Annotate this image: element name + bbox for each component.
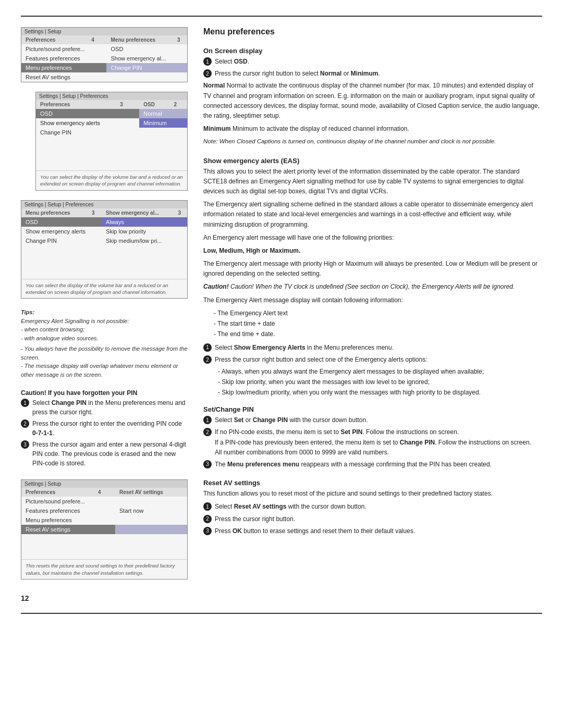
step-text: Press the cursor right button and select… — [215, 355, 427, 365]
osd-steps: 1 Select OSD. 2 Press the cursor right b… — [203, 57, 542, 79]
menu-caption-2: You can select the display of the volume… — [36, 170, 187, 190]
menu-row: Menu preferences — [21, 515, 187, 525]
reset-av-steps: 1 Select Reset AV settings with the curs… — [203, 502, 542, 536]
menu-row: Features preferences Start now — [21, 506, 187, 515]
menu-row-selected: OSD Always — [21, 217, 187, 227]
emergency-alerts-section: Show emergency alerts (EAS) This allows … — [203, 157, 542, 399]
step-item: 1 Select Reset AV settings with the curs… — [203, 502, 542, 512]
eas-title: Show emergency alerts (EAS) — [203, 157, 542, 165]
step-item: 1 Select Change PIN in the Menu preferen… — [21, 398, 188, 417]
step-num-av-2: 2 — [203, 515, 212, 523]
menu-box-4: Settings | Setup Preferences 4 Reset AV … — [21, 479, 188, 579]
eas-options: Always, when you always want the Emergen… — [218, 367, 542, 397]
pin-steps: 1 Select Set or Change PIN with the curs… — [203, 415, 542, 470]
menu-header-row: Preferences 4 Menu preferences 3 — [21, 35, 187, 44]
page-number: 12 — [21, 594, 188, 602]
menu-header-row: Preferences 3 OSD 2 — [36, 100, 187, 109]
step-item: 1 Select OSD. — [203, 57, 542, 67]
step-text: Select OSD. — [215, 57, 249, 67]
menu-row-selected: Reset AV settings — [21, 525, 187, 534]
step-num-av-3: 3 — [203, 527, 212, 535]
menu-table-1: Preferences 4 Menu preferences 3 Picture… — [21, 35, 187, 82]
menu-path-2: Settings | Setup | Preferences — [36, 92, 187, 100]
section-title-menu-prefs: Menu preferences — [203, 27, 542, 36]
eas-body: This allows you to select the alert prio… — [203, 167, 542, 339]
step-item: 2 If no PIN-code exists, the menu item i… — [203, 427, 542, 458]
menu-row: Picture/sound prefere... OSD — [21, 44, 187, 54]
menu-row: Change PIN — [36, 128, 187, 137]
menu-row: Reset AV settings — [21, 72, 187, 82]
menu-caption-3: You can select the display of the volume… — [21, 279, 187, 299]
step-item: 3 Press the cursor again and enter a new… — [21, 440, 188, 468]
menu-row-selected: OSD Normal — [36, 109, 187, 118]
step-text: Press the cursor again and enter a new p… — [32, 440, 188, 468]
menu-row: Features preferences Show emergency al..… — [21, 54, 187, 63]
osd-note: Note: When Closed Captions is turned on,… — [203, 137, 542, 146]
menu-path-1: Settings | Setup — [21, 28, 187, 35]
menu-header-row: Preferences 4 Reset AV settings — [21, 488, 187, 497]
set-change-pin-section: Set/Change PIN 1 Select Set or Change PI… — [203, 405, 542, 472]
tips-title: Tips: — [21, 308, 188, 317]
menu-empty-row — [21, 542, 187, 551]
step-num-eas-2: 2 — [203, 355, 212, 364]
step-item: 1 Select Set or Change PIN with the curs… — [203, 415, 542, 425]
menu-empty-row — [21, 551, 187, 559]
top-border — [21, 16, 542, 17]
menu-empty-row — [21, 245, 187, 254]
step-num-1: 1 — [21, 399, 29, 407]
step-text: Select Change PIN in the Menu preference… — [32, 398, 188, 417]
step-num-2: 2 — [21, 419, 29, 428]
eas-caution: Caution! Caution! When the TV clock is u… — [203, 282, 542, 292]
step-num-3: 3 — [21, 440, 29, 449]
menu-empty-row — [21, 262, 187, 270]
menu-table-4: Preferences 4 Reset AV settings Picture/… — [21, 488, 187, 559]
step-text: Select Set or Change PIN with the cursor… — [215, 415, 368, 425]
step-num-eas-1: 1 — [203, 343, 212, 352]
step-text: Press the cursor right to enter the over… — [32, 419, 188, 438]
osd-normal-desc: Normal Normal to activate the continuous… — [203, 81, 542, 146]
step-item: 2 Press the cursor right to enter the ov… — [21, 419, 188, 438]
step-text: Press OK button to erase settings and re… — [215, 526, 415, 536]
step-item: 3 Press OK button to erase settings and … — [203, 526, 542, 536]
page-container: Settings | Setup Preferences 4 Menu pref… — [21, 27, 542, 602]
menu-row: Show emergency alerts Minimum — [36, 118, 187, 128]
reset-av-title: Reset AV settings — [203, 479, 542, 487]
menu-empty-row — [36, 154, 187, 162]
tips-text: Emergency Alert Signalling is not possib… — [21, 317, 188, 379]
caution-title: Caution! If you have forgotten your PIN — [21, 388, 188, 398]
menu-box-1: Settings | Setup Preferences 4 Menu pref… — [21, 27, 188, 82]
menu-table-2: Preferences 3 OSD 2 OSD Normal Show emer… — [36, 100, 187, 170]
caution-section: Caution! If you have forgotten your PIN … — [21, 388, 188, 470]
bottom-border — [21, 613, 542, 614]
step-text: Press the cursor right button to select … — [215, 69, 380, 79]
menu-path-3: Settings | Setup | Preferences — [21, 201, 187, 208]
nested-menu-wrapper: Settings | Setup | Preferences Preferenc… — [21, 92, 188, 191]
step-num-av-1: 1 — [203, 502, 212, 511]
menu-row: Show emergency alerts Skip low priority — [21, 227, 187, 236]
step-item: 2 Press the cursor right button to selec… — [203, 69, 542, 79]
caution-steps: 1 Select Change PIN in the Menu preferen… — [21, 398, 188, 468]
menu-empty-row — [36, 145, 187, 154]
menu-empty-row — [21, 254, 187, 262]
menu-row-selected: Menu preferences Change PIN — [21, 63, 187, 72]
step-num-pin-2: 2 — [203, 428, 212, 436]
left-column: Settings | Setup Preferences 4 Menu pref… — [21, 27, 188, 602]
tips-section: Tips: Emergency Alert Signalling is not … — [21, 308, 188, 379]
on-screen-display-section: On Screen display 1 Select OSD. 2 Press … — [203, 47, 542, 150]
step-text: Select Reset AV settings with the cursor… — [215, 502, 366, 512]
menu-header-row: Menu preferences 3 Show emergency al... … — [21, 208, 187, 217]
menu-empty-row — [36, 162, 187, 170]
eas-steps: 1 Select Show Emergency Alerts in the Me… — [203, 343, 542, 365]
pin-title: Set/Change PIN — [203, 405, 542, 413]
step-num-pin-3: 3 — [203, 460, 212, 468]
menu-empty-row — [21, 534, 187, 542]
reset-av-section: Reset AV settings This function allows y… — [203, 479, 542, 538]
menu-path-4: Settings | Setup — [21, 480, 187, 488]
step-item: 2 Press the cursor right button. — [203, 514, 542, 524]
step-item: 3 The Menu preferences menu reappears wi… — [203, 460, 542, 470]
menu-box-2: Settings | Setup | Preferences Preferenc… — [35, 92, 188, 191]
step-text: Select Show Emergency Alerts in the Menu… — [215, 343, 394, 353]
step-num-osd-2: 2 — [203, 69, 212, 78]
step-text: The Menu preferences menu reappears with… — [215, 460, 492, 470]
menu-row: Picture/sound prefere... — [21, 497, 187, 506]
